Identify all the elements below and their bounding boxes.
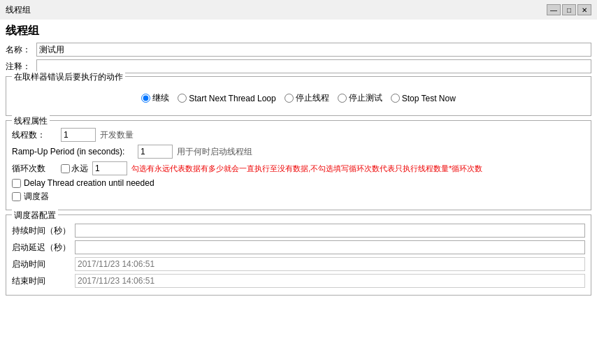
scheduler-config-title: 调度器配置 xyxy=(12,210,58,221)
forever-checkbox-label[interactable]: 永远 xyxy=(61,163,88,175)
name-row: 名称： xyxy=(6,43,591,57)
option-stop-test-now-label: Stop Test Now xyxy=(402,94,456,103)
ramp-up-hint: 用于何时启动线程组 xyxy=(177,146,252,158)
radio-stop-test[interactable] xyxy=(338,94,347,103)
option-stop-test-now[interactable]: Stop Test Now xyxy=(391,94,456,103)
option-stop-thread-label: 停止线程 xyxy=(296,92,329,104)
delay-checkbox[interactable] xyxy=(12,179,21,188)
forever-label: 永远 xyxy=(71,163,88,175)
loop-hint: 勾选有永远代表数据有多少就会一直执行至没有数据,不勾选填写循环次数代表只执行线程… xyxy=(131,163,482,174)
option-continue[interactable]: 继续 xyxy=(141,92,169,104)
start-time-row: 启动时间 xyxy=(12,257,585,271)
comment-label: 注释： xyxy=(6,61,36,73)
maximize-button[interactable]: □ xyxy=(562,4,576,15)
option-stop-test[interactable]: 停止测试 xyxy=(338,92,382,104)
ramp-up-row: Ramp-Up Period (in seconds): 用于何时启动线程组 xyxy=(12,145,585,159)
loop-row: 循环次数 永远 勾选有永远代表数据有多少就会一直执行至没有数据,不勾选填写循环次… xyxy=(12,161,585,175)
page-title: 线程组 xyxy=(6,24,591,38)
thread-section: 线程属性 线程数： 开发数量 Ramp-Up Period (in second… xyxy=(6,120,591,210)
thread-section-content: 线程数： 开发数量 Ramp-Up Period (in seconds): 用… xyxy=(6,121,591,210)
main-content: 线程组 名称： 注释： 在取样器错误后要执行的动作 继续 Start Next … xyxy=(0,20,597,364)
error-action-section: 在取样器错误后要执行的动作 继续 Start Next Thread Loop … xyxy=(6,76,591,116)
option-next-loop-label: Start Next Thread Loop xyxy=(189,94,276,103)
window-title: 线程组 xyxy=(6,4,31,16)
close-button[interactable]: ✕ xyxy=(577,4,591,15)
thread-count-input[interactable] xyxy=(61,128,96,142)
radio-stop-thread[interactable] xyxy=(285,94,294,103)
error-radio-row: 继续 Start Next Thread Loop 停止线程 停止测试 Stop… xyxy=(12,87,585,110)
thread-count-label: 线程数： xyxy=(12,129,61,141)
scheduler-checkbox[interactable] xyxy=(12,192,21,201)
delay-label: Delay Thread creation until needed xyxy=(24,178,154,188)
name-label: 名称： xyxy=(6,44,36,56)
thread-section-title: 线程属性 xyxy=(12,115,50,127)
thread-count-row: 线程数： 开发数量 xyxy=(12,128,585,142)
start-time-label: 启动时间 xyxy=(12,259,75,270)
ramp-up-label: Ramp-Up Period (in seconds): xyxy=(12,147,138,156)
option-stop-test-label: 停止测试 xyxy=(349,92,382,104)
scheduler-checkbox-row: 调度器 xyxy=(12,191,585,203)
ramp-up-input[interactable] xyxy=(138,145,173,159)
end-time-row: 结束时间 xyxy=(12,274,585,288)
end-time-label: 结束时间 xyxy=(12,275,75,287)
duration-input[interactable] xyxy=(75,224,585,238)
start-delay-input[interactable] xyxy=(75,240,585,254)
title-bar: 线程组 — □ ✕ xyxy=(0,0,597,20)
forever-checkbox[interactable] xyxy=(61,164,70,173)
radio-continue[interactable] xyxy=(141,94,150,103)
name-input[interactable] xyxy=(36,43,591,57)
error-section-title: 在取样器错误后要执行的动作 xyxy=(12,71,125,83)
option-continue-label: 继续 xyxy=(152,92,169,104)
thread-count-hint: 开发数量 xyxy=(100,129,134,141)
duration-label: 持续时间（秒） xyxy=(12,225,75,237)
scheduler-label: 调度器 xyxy=(24,191,49,203)
radio-stop-test-now[interactable] xyxy=(391,94,400,103)
loop-count-input[interactable] xyxy=(92,161,127,175)
start-delay-label: 启动延迟（秒） xyxy=(12,242,75,254)
option-stop-thread[interactable]: 停止线程 xyxy=(285,92,329,104)
start-time-input[interactable] xyxy=(75,257,585,271)
duration-row: 持续时间（秒） xyxy=(12,224,585,238)
radio-next-loop[interactable] xyxy=(178,94,187,103)
loop-label: 循环次数 xyxy=(12,163,61,175)
delay-checkbox-row: Delay Thread creation until needed xyxy=(12,178,585,188)
scheduler-config-section: 调度器配置 持续时间（秒） 启动延迟（秒） 启动时间 结束时间 xyxy=(6,214,591,296)
start-delay-row: 启动延迟（秒） xyxy=(12,240,585,254)
window-controls: — □ ✕ xyxy=(547,4,591,15)
option-next-loop[interactable]: Start Next Thread Loop xyxy=(178,94,276,103)
scheduler-content: 持续时间（秒） 启动延迟（秒） 启动时间 结束时间 xyxy=(6,215,591,295)
end-time-input[interactable] xyxy=(75,274,585,288)
minimize-button[interactable]: — xyxy=(547,4,561,15)
